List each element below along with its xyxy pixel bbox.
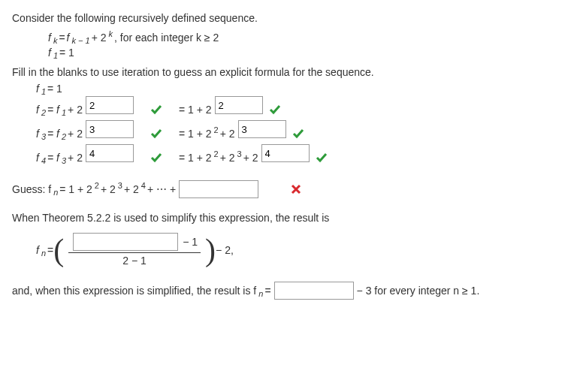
final-line: and, when this expression is simplified,… [12,282,568,300]
cross-icon [290,183,302,195]
denominator: 2 − 1 [119,255,150,267]
check-icon [150,152,162,164]
final-answer-input[interactable] [274,282,354,300]
intro: Consider the following recursively defin… [12,12,258,24]
guess-line: Guess: fn = 1 + 22 + 23 + 24 + ⋯ + [12,180,568,198]
f3-rhs-exp-input[interactable] [238,120,286,138]
fraction: − 1 2 − 1 [68,233,201,267]
closed-form-line: fn = ( − 1 2 − 1 ) − 2, [36,233,568,267]
recurrence-line2: f1 = 1 [48,47,568,59]
recurrence-line1: fk = fk − 1 + 2k , for each integer k ≥ … [48,32,568,44]
intro-text: Consider the following recursively defin… [12,12,568,24]
fill-in-text: Fill in the blanks to use iteration to g… [12,66,568,78]
line-f1: f1 = 1 [36,83,568,95]
f4-exp-input[interactable] [86,144,134,162]
line-f4: f4 = f3 + 2 = 1 + 22 + 23 + 2 [36,149,568,167]
check-icon [316,152,328,164]
closed-numerator-input[interactable] [73,233,178,251]
theorem-text: When Theorem 5.2.2 is used to simplify t… [12,212,568,224]
f4-rhs-exp-input[interactable] [261,144,310,162]
line-f3: f3 = f2 + 2 = 1 + 22 + 2 [36,125,568,143]
line-f2: f2 = f1 + 2 = 1 + 2 [36,101,568,119]
f2-exp-input[interactable] [86,96,134,114]
check-icon [292,128,304,140]
check-icon [269,104,281,116]
f3-exp-input[interactable] [86,120,134,138]
guess-last-term-input[interactable] [179,180,258,198]
closed-tail: − 2, [216,244,234,256]
f2-rhs-exp-input[interactable] [215,96,263,114]
check-icon [150,128,162,140]
check-icon [150,104,162,116]
left-paren: ( [53,234,64,266]
right-paren: ) [205,234,216,266]
